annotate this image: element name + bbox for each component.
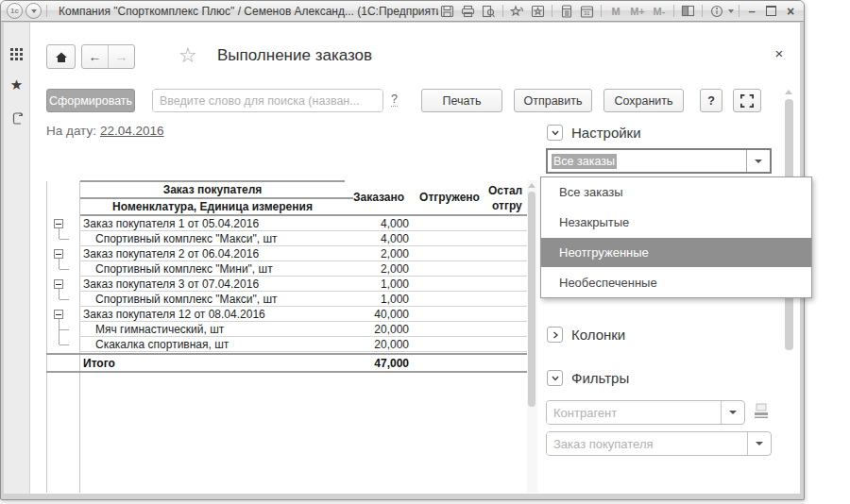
tree-collapse-button[interactable]: [54, 219, 63, 228]
contractor-input[interactable]: [547, 401, 721, 424]
memory-plus-button[interactable]: M+: [628, 6, 647, 17]
home-icon: [55, 51, 68, 63]
tree-collapse-button[interactable]: [54, 279, 63, 289]
tree-line: [60, 329, 69, 330]
scroll-up-icon[interactable]: [785, 90, 792, 94]
choice-list-icon[interactable]: [752, 403, 771, 424]
table-row-order[interactable]: Заказ покупателя 1 от 05.04.20164,000: [46, 216, 527, 231]
calendar-icon[interactable]: 31: [578, 4, 596, 19]
col-header-shipped[interactable]: Отгружено: [415, 191, 484, 204]
table-row-order[interactable]: Заказ покупателя 12 от 08.04.201640,000: [46, 307, 527, 322]
dropdown-option[interactable]: Необеспеченные: [541, 267, 811, 297]
col-header-item[interactable]: Номенклатура, Единица измерения: [80, 200, 345, 213]
col-header-order[interactable]: Заказ покупателя: [80, 183, 345, 196]
table-row-item[interactable]: Спортивный комплекс "Мини", шт2,000: [46, 261, 527, 277]
send-button[interactable]: Отправить: [514, 89, 592, 112]
print-icon[interactable]: [459, 4, 477, 19]
contractor-dropdown-button[interactable]: [721, 401, 744, 424]
titlebar: 1с Компания "Спорткомплекс Плюс" / Семен…: [1, 1, 804, 22]
table-scrollbar-thumb[interactable]: [528, 192, 536, 407]
favorites-icon[interactable]: [529, 4, 547, 19]
screen: 1с Компания "Спорткомплекс Плюс" / Семен…: [0, 0, 850, 504]
dropdown-option[interactable]: Все заказы: [541, 177, 811, 208]
col-header-ordered[interactable]: Заказано: [348, 191, 409, 204]
favorites-sidebar-icon[interactable]: ★: [4, 75, 29, 95]
forward-button[interactable]: →: [109, 45, 134, 68]
search-input[interactable]: [153, 90, 382, 111]
tool-sidebar: ★: [4, 23, 30, 494]
chevron-down-icon: [729, 411, 737, 414]
titlebar-toolbar: 31 M M+ M- – ×: [438, 4, 798, 19]
tree-line: [59, 259, 60, 269]
app-logo-icon[interactable]: 1с: [7, 3, 23, 19]
orders-filter-combobox[interactable]: Все заказы: [546, 148, 772, 174]
order-filter-combobox: [546, 431, 772, 456]
chevron-down-icon: [31, 9, 37, 13]
dropdown-option[interactable]: Неотгруженные: [541, 238, 811, 268]
memory-button[interactable]: M: [606, 6, 625, 17]
scroll-up-icon[interactable]: [528, 183, 536, 188]
history-icon[interactable]: [4, 108, 29, 128]
tree-collapse-button[interactable]: [54, 310, 63, 319]
back-button[interactable]: ←: [82, 45, 109, 68]
report-date: На дату:22.04.2016: [46, 124, 164, 138]
settings-collapse-button[interactable]: [547, 125, 563, 141]
help-button[interactable]: ?: [700, 89, 722, 112]
table-row-item[interactable]: Спортивный комплекс "Макси", шт1,000: [46, 292, 527, 307]
col-header-remaining[interactable]: Осталотгру: [488, 183, 527, 213]
tree-line: [60, 239, 69, 240]
menu-grid-icon[interactable]: [4, 43, 29, 64]
tree-collapse-button[interactable]: [54, 249, 63, 259]
date-value-link[interactable]: 22.04.2016: [100, 124, 164, 138]
filters-collapse-button[interactable]: [547, 370, 563, 386]
combobox-dropdown-button[interactable]: [746, 150, 770, 172]
favorite-star-icon[interactable]: ☆: [178, 43, 197, 68]
close-form-button[interactable]: ×: [770, 43, 789, 62]
order-dropdown-button[interactable]: [747, 432, 771, 455]
add-favorite-icon[interactable]: [508, 4, 526, 19]
tree-line: [60, 269, 69, 270]
page-title: Выполнение заказов: [217, 46, 372, 65]
dropdown-option[interactable]: Незакрытые: [541, 208, 811, 238]
save-icon[interactable]: [438, 4, 456, 19]
fullscreen-icon: [740, 94, 754, 108]
maximize-button[interactable]: [766, 6, 776, 16]
main-menu-button[interactable]: [26, 3, 42, 19]
table-row-item[interactable]: Спортивный комплекс "Макси", шт4,000: [46, 231, 527, 246]
columns-expand-button[interactable]: [547, 327, 563, 343]
settings-section-label: Настройки: [571, 125, 641, 141]
info-icon[interactable]: [707, 4, 725, 19]
columns-section-label: Колонки: [571, 327, 625, 343]
table-row-item[interactable]: Скакалка спортивная, шт20,000: [46, 337, 527, 352]
table-total-row: Итого 47,000: [46, 353, 527, 373]
table-row-item[interactable]: Мяч гимнастический, шт20,000: [46, 322, 527, 337]
chevron-down-icon: [755, 160, 762, 163]
close-window-button[interactable]: ×: [783, 4, 798, 19]
table-row-order[interactable]: Заказ покупателя 2 от 06.04.20162,000: [46, 246, 527, 261]
app-window: 1с Компания "Спорткомплекс Плюс" / Семен…: [0, 0, 805, 500]
tree-line: [59, 228, 60, 239]
svg-text:31: 31: [584, 10, 590, 16]
orders-filter-value: Все заказы: [552, 154, 617, 169]
nav-history-group: ← →: [81, 44, 135, 69]
calculator-icon[interactable]: [557, 4, 575, 19]
print-preview-icon[interactable]: [480, 4, 498, 19]
tree-line: [59, 289, 60, 299]
fullscreen-button[interactable]: [733, 89, 761, 112]
total-ordered: 47,000: [350, 357, 409, 370]
print-button[interactable]: Печать: [421, 89, 502, 112]
home-button[interactable]: [46, 44, 76, 69]
contractor-filter-combobox: [546, 400, 745, 425]
info-dropdown-icon[interactable]: [728, 9, 734, 13]
memory-minus-button[interactable]: M-: [650, 6, 669, 17]
report-rows: Заказ покупателя 1 от 05.04.20164,000Спо…: [46, 216, 527, 352]
tree-line: [60, 299, 69, 300]
split-window-icon[interactable]: [679, 4, 697, 19]
table-row-order[interactable]: Заказ покупателя 3 от 07.04.20161,000: [46, 277, 527, 292]
save-button[interactable]: Сохранить: [604, 89, 684, 112]
chevron-down-icon: [756, 442, 763, 445]
generate-button[interactable]: Сформировать: [46, 89, 135, 112]
order-filter-input[interactable]: [547, 432, 747, 455]
minimize-button[interactable]: –: [744, 7, 759, 16]
search-help-link[interactable]: ?: [391, 92, 398, 107]
